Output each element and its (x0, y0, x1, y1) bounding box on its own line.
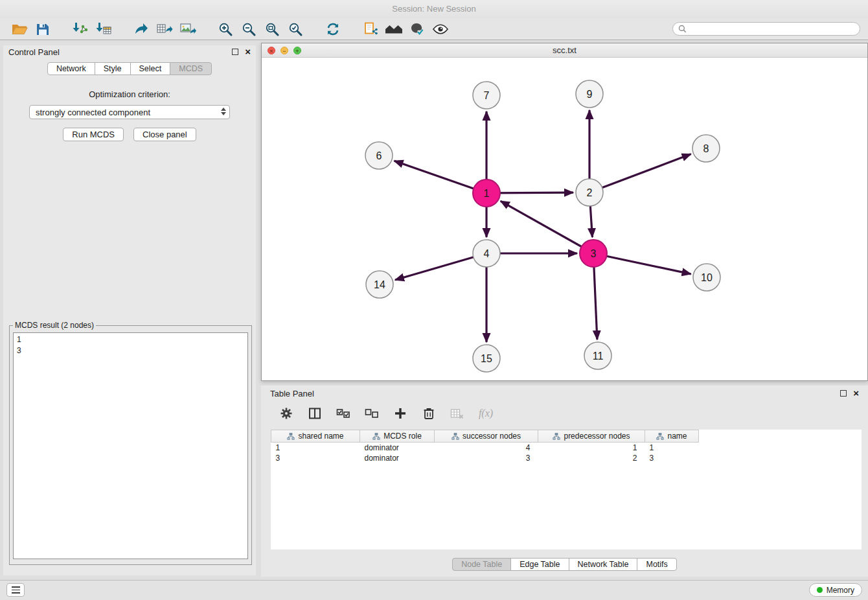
network-window-titlebar: scc.txt (262, 43, 867, 58)
tab-edge-table[interactable]: Edge Table (510, 558, 569, 571)
column-header-successor-nodes[interactable]: successor nodes (435, 430, 538, 443)
search-field[interactable] (672, 22, 860, 36)
main-toolbar (0, 18, 868, 40)
table-float-window-icon[interactable] (840, 390, 847, 397)
apply-style-button[interactable] (405, 19, 429, 39)
graph-node-label: 8 (703, 143, 709, 154)
toggle-visibility-button[interactable] (429, 19, 452, 39)
column-tree-icon (451, 433, 459, 440)
tab-network[interactable]: Network (47, 62, 95, 75)
control-panel-title: Control Panel (8, 47, 60, 57)
graph-edge-2-8[interactable] (589, 154, 691, 192)
maximize-window-icon[interactable] (293, 47, 301, 54)
trash-icon (423, 407, 435, 420)
zoom-selected-button[interactable] (284, 19, 307, 39)
zoom-fit-button[interactable] (260, 19, 284, 39)
eye-icon (432, 21, 449, 37)
graph-node-label: 3 (591, 248, 597, 259)
toolbar-group-refresh (321, 19, 345, 39)
table-settings-button[interactable] (277, 404, 295, 423)
import-table-button[interactable] (92, 19, 115, 39)
table-cell: 1 (271, 443, 360, 453)
graph-edge-3-1[interactable] (501, 201, 593, 253)
show-columns-button[interactable] (306, 404, 324, 423)
delete-column-button[interactable] (420, 404, 438, 423)
table-row[interactable]: 1dominator411 (271, 443, 699, 453)
export-network-button[interactable] (130, 19, 153, 39)
refresh-view-button[interactable] (321, 19, 345, 39)
table-cell: 2 (538, 453, 645, 463)
copy-view-button[interactable] (359, 19, 382, 39)
add-column-button[interactable] (391, 404, 409, 423)
table-cell: dominator (360, 453, 435, 463)
column-header-name[interactable]: name (645, 430, 699, 443)
save-session-icon (36, 22, 50, 36)
graph-node-label: 6 (376, 150, 382, 161)
plus-icon (394, 407, 407, 420)
tab-style[interactable]: Style (95, 62, 131, 75)
open-file-button[interactable] (8, 19, 31, 39)
zoom-out-icon (241, 21, 257, 37)
column-tree-icon (372, 433, 380, 440)
table-cell: 4 (435, 443, 538, 453)
search-input[interactable] (690, 25, 854, 34)
table-panel-header: Table Panel × (261, 386, 868, 401)
zoom-in-icon (218, 21, 233, 37)
zoom-in-button[interactable] (214, 19, 237, 39)
export-image-button[interactable] (176, 19, 200, 39)
tab-network-table[interactable]: Network Table (569, 558, 638, 571)
graph-node-label: 14 (374, 279, 385, 290)
table-row[interactable]: 3dominator323 (271, 453, 699, 463)
column-header-predecessor-nodes[interactable]: predecessor nodes (538, 430, 645, 443)
network-window-title: scc.txt (553, 45, 577, 55)
tab-select[interactable]: Select (130, 62, 171, 75)
table-toolbar: f(x) (261, 401, 868, 426)
close-panel-icon[interactable]: × (245, 47, 251, 56)
show-panels-button[interactable] (6, 583, 25, 597)
search-icon (678, 25, 687, 33)
status-bar: Memory (0, 580, 868, 600)
column-tree-icon (287, 433, 295, 440)
select-all-button[interactable] (334, 404, 352, 423)
node-table: shared name MCDS role successor nodes pr… (271, 430, 699, 463)
graph-edge-1-6[interactable] (394, 161, 486, 193)
close-window-icon[interactable] (268, 47, 275, 54)
graph-node-label: 15 (481, 353, 492, 364)
graph-edge-3-10[interactable] (593, 253, 691, 274)
table-close-icon[interactable]: × (853, 389, 859, 398)
import-network-button[interactable] (69, 19, 92, 39)
column-header-mcds-role[interactable]: MCDS role (360, 430, 435, 443)
tab-motifs[interactable]: Motifs (637, 558, 676, 571)
memory-button[interactable]: Memory (809, 583, 862, 597)
graph-node-label: 2 (587, 187, 593, 198)
table-cell: dominator (360, 443, 435, 453)
export-image-icon (179, 21, 196, 37)
deselect-all-button[interactable] (363, 404, 381, 423)
optimization-criterion-select[interactable]: strongly connected component (29, 105, 230, 119)
network-canvas[interactable]: 7968124314101511 (262, 58, 867, 380)
network-graph[interactable]: 7968124314101511 (262, 58, 867, 380)
import-table-icon (95, 21, 112, 37)
table-cell: 3 (645, 453, 699, 463)
copy-view-icon (363, 21, 378, 37)
mcds-result-fieldset: MCDS result (2 nodes) 1 3 (9, 321, 252, 565)
toolbar-group-export (130, 19, 200, 39)
tab-mcds[interactable]: MCDS (170, 62, 212, 75)
save-session-button[interactable] (31, 19, 54, 39)
memory-status-icon (817, 587, 823, 593)
mcds-result-title: MCDS result (2 nodes) (13, 321, 96, 330)
minimize-window-icon[interactable] (280, 47, 288, 54)
tab-node-table[interactable]: Node Table (452, 558, 511, 571)
first-neighbors-button[interactable] (382, 19, 405, 39)
column-header-shared-name[interactable]: shared name (271, 430, 360, 443)
export-table-button[interactable] (153, 19, 176, 39)
zoom-out-button[interactable] (237, 19, 260, 39)
graph-edge-4-14[interactable] (395, 253, 486, 280)
list-icon (12, 586, 20, 588)
toolbar-group-view (359, 19, 452, 39)
close-panel-button[interactable]: Close panel (133, 128, 196, 141)
window-titlebar: Session: New Session (0, 0, 868, 18)
run-mcds-button[interactable]: Run MCDS (63, 128, 124, 141)
float-window-icon[interactable] (232, 49, 238, 55)
window-title: Session: New Session (392, 4, 475, 14)
